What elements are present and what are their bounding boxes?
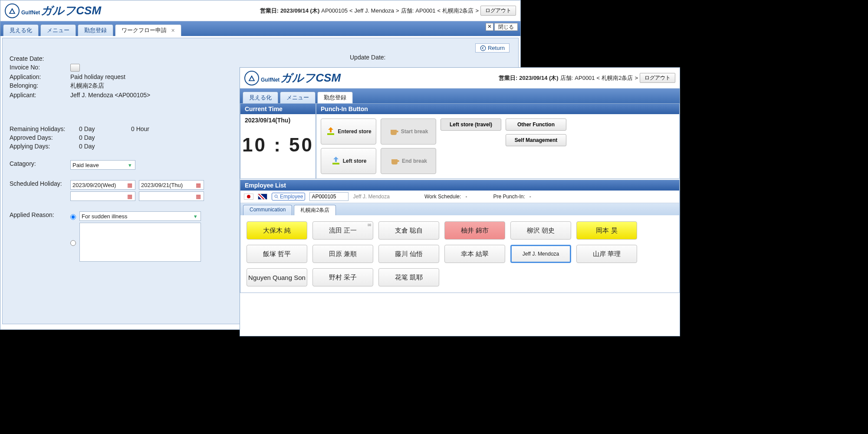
- logo-prefix: GulfNet: [21, 10, 41, 16]
- work-schedule-label: Work Schedule:: [424, 194, 461, 200]
- start-break-label: Start break: [401, 128, 428, 135]
- store-name: 札幌南2条店: [442, 7, 473, 15]
- invoice-no-label: Invoice No:: [10, 64, 70, 72]
- print-icon[interactable]: [70, 64, 80, 72]
- left-store-button[interactable]: Left store: [321, 148, 376, 174]
- scheduled-from-input-2[interactable]: ▦: [70, 191, 135, 201]
- employee-button[interactable]: 田原 兼順: [312, 245, 373, 263]
- employee-button[interactable]: 幸本 結翠: [444, 245, 505, 263]
- end-break-label: End break: [402, 158, 427, 164]
- employee-button[interactable]: 岡本 昊: [576, 221, 637, 240]
- svg-point-3: [275, 195, 277, 197]
- tab-menu[interactable]: メニュー: [280, 92, 316, 103]
- end-break-button[interactable]: End break: [381, 148, 436, 174]
- punch-header: Punch-In Button: [316, 104, 679, 114]
- back-header-right: 営業日: 2023/09/14 (木) AP000105 <Jeff J. Me…: [260, 6, 516, 16]
- mail-icon: ✉: [368, 223, 371, 227]
- current-date: 2023/09/14(Thu): [240, 114, 316, 126]
- employee-button[interactable]: 柳沢 朝史: [510, 221, 571, 240]
- logout-button[interactable]: ログアウト: [480, 6, 516, 16]
- employee-list-header: Employee List: [240, 180, 679, 191]
- time-punch-row: Current Time 2023/09/14(Thu) 10 : 50 Pun…: [240, 103, 680, 179]
- pre-punch-value: -: [529, 194, 531, 200]
- employee-button[interactable]: 野村 采子: [312, 268, 373, 286]
- app-title: ガルフCSM: [280, 71, 341, 84]
- employee-panel: Employee List Employee Jeff J. Mendoza W…: [240, 180, 680, 293]
- front-header: GulfNetガルフCSM 営業日: 2023/09/14 (木) 店舗: AP…: [240, 68, 680, 89]
- back-header: GulfNetガルフCSM 営業日: 2023/09/14 (木) AP0001…: [0, 0, 520, 21]
- category-select[interactable]: Paid leave ▾: [70, 160, 135, 170]
- employee-button[interactable]: 流田 正一✉: [312, 221, 373, 240]
- tab-menu[interactable]: メニュー: [40, 24, 76, 36]
- current-time-panel: Current Time 2023/09/14(Thu) 10 : 50: [240, 103, 316, 179]
- remaining-hours: 0 Hour: [131, 125, 149, 132]
- scheduled-label: Scheduled Holiday:: [10, 180, 70, 190]
- tab-mieruka[interactable]: 見える化: [3, 24, 39, 36]
- tab-kintai[interactable]: 勤怠登録: [317, 92, 353, 103]
- biz-date-value: 2023/09/14 (木): [519, 74, 558, 82]
- employee-button[interactable]: 大保木 純: [247, 221, 307, 240]
- scheduled-from-input[interactable]: 2023/09/20(Wed) ▦: [70, 180, 135, 190]
- employee-button[interactable]: 山岸 華理: [576, 245, 637, 263]
- punch-panel: Punch-In Button Entered store Left store: [316, 103, 680, 179]
- belonging-label: Belonging:: [10, 82, 70, 90]
- logo-prefix: GulfNet: [261, 77, 280, 83]
- scheduled-to-input-2[interactable]: ▦: [139, 191, 204, 201]
- employee-name: Jeff J. Mendoza: [353, 194, 390, 200]
- chevron-down-icon: ▾: [192, 213, 199, 220]
- left-store-travel-button[interactable]: Left store (travel): [441, 118, 501, 131]
- entered-store-button[interactable]: Entered store: [321, 118, 376, 145]
- approved-value: 0 Day: [79, 134, 95, 141]
- employee-toolbar: Employee Jeff J. Mendoza Work Schedule: …: [240, 191, 679, 203]
- self-management-button[interactable]: Self Management: [506, 134, 566, 146]
- flag-jp-icon[interactable]: [244, 194, 253, 200]
- emp-tab-store[interactable]: 札幌南2条店: [294, 205, 336, 215]
- employee-button[interactable]: 飯塚 哲平: [247, 245, 307, 263]
- reason-textarea[interactable]: [79, 223, 201, 262]
- store-code: AP0001: [575, 75, 595, 81]
- store-label: 店舗:: [560, 74, 573, 82]
- svg-rect-1: [327, 133, 334, 135]
- employee-button[interactable]: 柚井 錦市: [444, 221, 505, 240]
- scheduled-to-input[interactable]: 2023/09/21(Thu) ▦: [139, 180, 204, 190]
- employee-button[interactable]: 花篭 凱耶: [378, 268, 439, 286]
- employee-button[interactable]: Jeff J. Mendoza: [510, 245, 571, 263]
- update-date-label: Update Date:: [350, 54, 386, 61]
- emp-tab-communication[interactable]: Communication: [243, 205, 292, 215]
- reason-select[interactable]: For sudden illness ▾: [79, 211, 201, 221]
- start-break-button[interactable]: Start break: [381, 118, 436, 145]
- flag-uk-icon[interactable]: [258, 194, 267, 200]
- calendar-icon: ▦: [195, 182, 202, 188]
- logout-button[interactable]: ログアウト: [640, 73, 675, 83]
- left-store-label: Left store: [343, 158, 367, 164]
- biz-date-label: 営業日:: [260, 7, 279, 15]
- employee-button[interactable]: Nguyen Quang Son: [247, 268, 307, 286]
- tab-workflow[interactable]: ワークフロー申請 ✕: [115, 24, 181, 36]
- back-tabbar: 見える化 メニュー 勤怠登録 ワークフロー申請 ✕ ✕ 閉じる: [0, 21, 520, 36]
- calendar-icon: ▦: [195, 193, 202, 200]
- applicant-value: Jeff J. Mendoza <AP000105>: [70, 92, 150, 100]
- reason-radio-2[interactable]: [70, 224, 76, 262]
- user-code: AP000105: [321, 7, 348, 14]
- applying-label: Applying Days:: [10, 143, 79, 150]
- employee-button[interactable]: 支倉 聡自: [378, 221, 439, 240]
- application-label: Application:: [10, 73, 70, 80]
- employee-button[interactable]: 藤川 仙悟: [378, 245, 439, 263]
- application-value: Paid holiday request: [70, 73, 125, 80]
- biz-date-label: 営業日:: [499, 74, 517, 82]
- reason-value: For sudden illness: [82, 213, 128, 220]
- tabbar-close-x[interactable]: ✕: [486, 23, 493, 31]
- return-button[interactable]: Return: [475, 43, 510, 53]
- tabbar-close-button[interactable]: 閉じる: [494, 23, 518, 31]
- tab-kintai[interactable]: 勤怠登録: [78, 24, 113, 36]
- employee-grid: 大保木 純流田 正一✉支倉 聡自柚井 錦市柳沢 朝史岡本 昊飯塚 哲平田原 兼順…: [240, 215, 679, 293]
- employee-code-input[interactable]: [309, 192, 349, 201]
- tab-mieruka[interactable]: 見える化: [243, 92, 278, 103]
- other-function-button[interactable]: Other Function: [506, 118, 566, 131]
- employee-subtabs: Communication 札幌南2条店: [240, 203, 679, 215]
- store-name: 札幌南2条店: [602, 74, 633, 82]
- reason-radio-1[interactable]: [70, 213, 76, 221]
- employee-search-button[interactable]: Employee: [272, 193, 305, 201]
- tab-close-icon[interactable]: ✕: [171, 28, 175, 33]
- logo-icon: [5, 3, 20, 18]
